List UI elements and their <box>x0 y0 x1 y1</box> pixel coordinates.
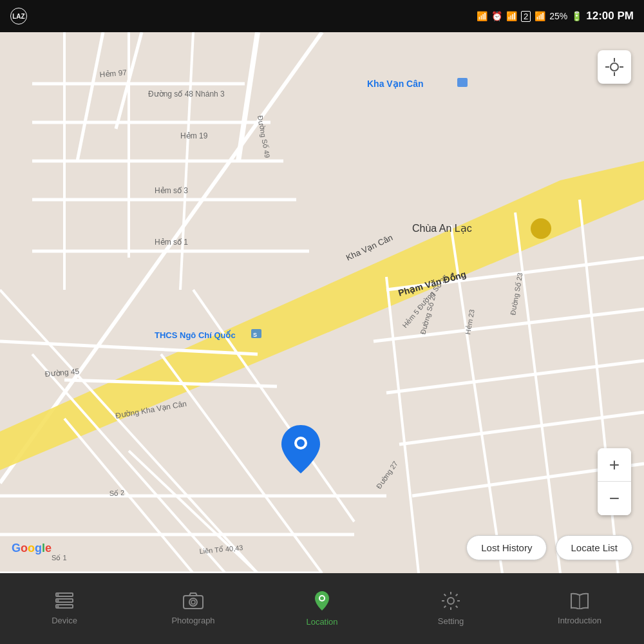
bluetooth-icon: 📶 <box>477 11 488 21</box>
nav-item-location[interactable]: Location <box>258 573 386 644</box>
svg-text:THCS Ngô Chí Quốc: THCS Ngô Chí Quốc <box>155 330 236 340</box>
nav-item-photograph[interactable]: Photograph <box>129 573 258 644</box>
svg-point-75 <box>191 600 195 604</box>
svg-point-61 <box>297 439 305 447</box>
zoom-in-button[interactable]: + <box>598 448 631 482</box>
svg-text:S: S <box>253 332 257 338</box>
nav-item-device[interactable]: Device <box>0 573 129 644</box>
svg-point-74 <box>189 598 197 606</box>
svg-point-72 <box>57 605 59 607</box>
bottom-nav: Device Photograph Location <box>0 573 644 644</box>
signal-icon: 📶 <box>535 11 545 21</box>
locate-list-button[interactable]: Locate List <box>556 535 632 560</box>
app-icon: LAZ <box>10 8 27 24</box>
svg-text:Hẻm số 1: Hẻm số 1 <box>155 238 188 247</box>
svg-text:Hẻm số 3: Hẻm số 3 <box>155 186 188 195</box>
nav-label-setting: Setting <box>438 616 464 626</box>
nav-item-setting[interactable]: Setting <box>386 573 515 644</box>
status-left: LAZ <box>10 8 27 24</box>
svg-text:Kha Vạn Cân: Kha Vạn Cân <box>367 79 424 89</box>
nav-label-introduction: Introduction <box>558 616 601 625</box>
sim-icon: 2 <box>521 11 531 22</box>
nav-label-device: Device <box>52 616 77 625</box>
lost-history-button[interactable]: Lost History <box>466 535 547 560</box>
map-svg: Hẻm 97 Đường số 48 Nhánh 3 Hẻm 19 Đường … <box>0 32 644 573</box>
battery-level: 25% <box>549 11 567 21</box>
svg-point-70 <box>57 594 59 596</box>
svg-point-46 <box>531 218 551 239</box>
nav-label-location: Location <box>306 617 337 627</box>
zoom-out-button[interactable]: − <box>598 482 631 515</box>
location-icon <box>314 591 330 613</box>
wifi-icon: 📶 <box>506 11 517 21</box>
svg-text:Số 2: Số 2 <box>109 489 124 497</box>
map-actions: Lost History Locate List <box>466 535 632 560</box>
status-bar: LAZ 📶 ⏰ 📶 2 📶 25% 🔋 12:00 PM <box>0 0 644 32</box>
gps-button[interactable] <box>598 50 631 84</box>
svg-point-78 <box>448 598 454 604</box>
status-right: 📶 ⏰ 📶 2 📶 25% 🔋 12:00 PM <box>477 10 634 23</box>
svg-text:Hẻm 19: Hẻm 19 <box>180 131 208 140</box>
gear-icon <box>442 592 460 612</box>
nav-item-introduction[interactable]: Introduction <box>515 573 644 644</box>
svg-text:Đường số 48 Nhánh 3: Đường số 48 Nhánh 3 <box>148 90 225 99</box>
svg-text:Chùa An Lạc: Chùa An Lạc <box>412 223 472 234</box>
device-icon <box>55 592 74 612</box>
book-icon <box>570 592 589 612</box>
svg-point-71 <box>57 600 59 601</box>
camera-icon <box>183 592 204 612</box>
battery-icon: 🔋 <box>571 11 582 21</box>
svg-rect-48 <box>457 78 468 87</box>
alarm-icon: ⏰ <box>491 11 502 21</box>
status-time: 12:00 PM <box>586 10 634 23</box>
map-container[interactable]: Hẻm 97 Đường số 48 Nhánh 3 Hẻm 19 Đường … <box>0 32 644 573</box>
svg-point-62 <box>611 63 618 71</box>
zoom-controls: + − <box>598 448 631 515</box>
nav-label-photograph: Photograph <box>171 616 214 625</box>
google-logo: Google <box>12 540 52 555</box>
svg-point-77 <box>320 596 324 600</box>
